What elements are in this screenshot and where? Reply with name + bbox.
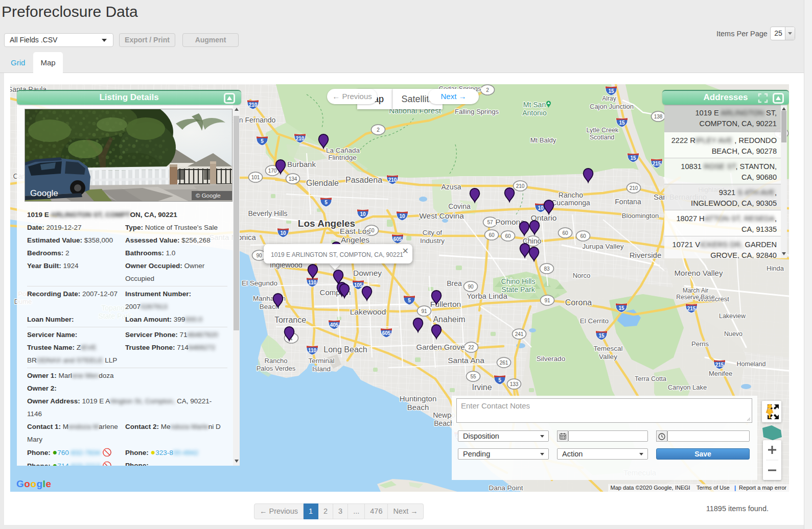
svg-text:5: 5	[324, 200, 328, 205]
svg-text:2: 2	[377, 127, 380, 133]
svg-text:Silverado: Silverado	[537, 355, 565, 363]
svg-text:Downey: Downey	[353, 269, 382, 277]
svg-text:Bloomington: Bloomington	[622, 212, 659, 220]
svg-text:Huntington: Huntington	[400, 394, 437, 403]
svg-text:170: 170	[268, 168, 277, 174]
svg-text:91: 91	[544, 298, 550, 303]
svg-text:Mt Baldy: Mt Baldy	[530, 136, 556, 144]
svg-text:60: 60	[562, 230, 568, 236]
svg-text:Corona: Corona	[565, 298, 592, 307]
svg-text:Island: Island	[312, 365, 331, 373]
svg-text:Rancho: Rancho	[559, 191, 583, 199]
svg-text:Nuevo: Nuevo	[724, 330, 743, 338]
svg-text:90: 90	[468, 284, 474, 290]
svg-text:83: 83	[544, 266, 550, 272]
svg-text:Temescal: Temescal	[593, 345, 622, 352]
svg-text:Lakewood: Lakewood	[350, 307, 386, 316]
svg-text:Jurupa Valley: Jurupa Valley	[583, 243, 624, 250]
svg-text:El Segundo: El Segundo	[242, 279, 277, 287]
svg-text:605: 605	[393, 236, 402, 242]
svg-text:60: 60	[505, 233, 511, 239]
svg-text:Hinda: Hinda	[767, 264, 784, 272]
svg-text:Beach: Beach	[407, 403, 429, 412]
svg-text:El Cerrito: El Cerrito	[580, 317, 609, 325]
svg-text:15: 15	[630, 155, 636, 161]
svg-text:Antonio: Antonio	[522, 109, 547, 117]
svg-text:Norco: Norco	[573, 272, 591, 279]
svg-text:West Covina: West Covina	[419, 211, 464, 220]
svg-text:Reserve Base: Reserve Base	[676, 294, 715, 301]
svg-text:210: 210	[630, 185, 638, 191]
svg-text:Falling Springs: Falling Springs	[455, 108, 499, 115]
svg-text:East Los: East Los	[340, 227, 371, 235]
svg-text:Homeland: Homeland	[737, 360, 766, 368]
svg-text:Glendale: Glendale	[306, 179, 339, 187]
svg-text:Fontana: Fontana	[615, 198, 641, 206]
svg-text:Perris: Perris	[691, 340, 709, 348]
svg-text:Irvine: Irvine	[472, 383, 492, 392]
svg-text:Terminal: Terminal	[308, 357, 334, 365]
svg-text:Beverly Hills: Beverly Hills	[248, 209, 287, 218]
svg-text:138: 138	[654, 114, 663, 119]
svg-text:Moreno Valley: Moreno Valley	[675, 269, 723, 277]
svg-text:Torrance: Torrance	[274, 316, 306, 324]
svg-text:10: 10	[538, 205, 544, 211]
svg-text:Azusa: Azusa	[442, 183, 461, 191]
svg-text:© Google: © Google	[196, 193, 221, 199]
svg-text:March Air: March Air	[683, 287, 709, 294]
svg-text:210: 210	[388, 177, 397, 183]
svg-text:57: 57	[487, 220, 493, 225]
svg-text:Industry: Industry	[420, 237, 445, 245]
svg-text:Terra Cotta: Terra Cotta	[635, 375, 666, 382]
svg-text:Flintridge: Flintridge	[328, 154, 357, 161]
svg-text:Burbank: Burbank	[287, 160, 316, 169]
svg-text:Anaheim: Anaheim	[433, 315, 465, 324]
svg-text:133: 133	[510, 381, 519, 387]
svg-text:Rancho: Rancho	[265, 357, 288, 365]
svg-text:215: 215	[687, 306, 696, 311]
svg-text:22: 22	[468, 345, 474, 350]
svg-text:241: 241	[515, 331, 524, 337]
svg-text:2: 2	[486, 87, 489, 93]
svg-text:Lakeview: Lakeview	[719, 312, 746, 320]
svg-text:Scotland: Scotland	[590, 134, 615, 141]
svg-text:Long Beach: Long Beach	[323, 345, 367, 354]
svg-text:15: 15	[608, 88, 614, 94]
svg-text:60: 60	[580, 233, 586, 239]
svg-text:15: 15	[598, 333, 605, 339]
svg-text:Menifee: Menifee	[709, 370, 732, 377]
svg-text:Brea: Brea	[447, 279, 462, 287]
svg-text:Valley: Valley	[599, 353, 617, 360]
svg-text:Canyon Lake: Canyon Lake	[668, 383, 707, 391]
svg-text:Santa Ana: Santa Ana	[448, 356, 484, 365]
svg-text:261: 261	[500, 360, 508, 366]
svg-text:605: 605	[382, 330, 391, 336]
svg-text:Google: Google	[30, 188, 58, 198]
svg-text:110: 110	[308, 280, 317, 285]
svg-text:Covina: Covina	[448, 202, 471, 210]
svg-text:State Park: State Park	[501, 285, 535, 294]
svg-text:City of: City of	[423, 229, 443, 236]
svg-text:210: 210	[296, 136, 305, 141]
svg-text:Riverside: Riverside	[630, 251, 662, 259]
svg-text:Chino Hills: Chino Hills	[501, 277, 536, 285]
svg-text:Dana Point: Dana Point	[489, 484, 523, 492]
svg-text:Pasadena: Pasadena	[345, 176, 382, 184]
svg-text:210: 210	[516, 183, 525, 189]
svg-text:Mt San: Mt San	[523, 101, 546, 109]
svg-text:90: 90	[256, 253, 262, 258]
svg-text:Alray: Alray	[602, 95, 616, 102]
svg-text:10: 10	[399, 213, 405, 219]
svg-text:60: 60	[489, 232, 495, 238]
svg-text:15: 15	[619, 120, 625, 126]
svg-text:5: 5	[408, 298, 411, 303]
svg-text:101: 101	[251, 175, 260, 180]
svg-text:5: 5	[261, 138, 264, 144]
svg-text:10: 10	[360, 211, 366, 217]
svg-text:Palos Verdes: Palos Verdes	[257, 365, 296, 372]
svg-text:105: 105	[354, 282, 363, 288]
svg-text:Lytle Creek: Lytle Creek	[587, 127, 619, 134]
svg-text:Cajon Junction: Cajon Junction	[590, 103, 634, 110]
svg-text:Angeles: Angeles	[341, 235, 369, 244]
svg-text:55: 55	[470, 374, 476, 379]
